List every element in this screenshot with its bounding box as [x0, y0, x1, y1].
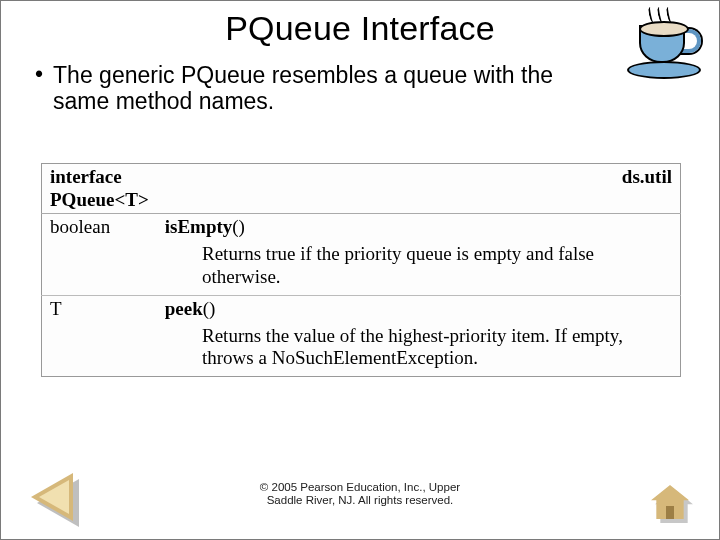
api-method-params: () — [203, 298, 216, 319]
api-method-row: boolean isEmpty() — [42, 214, 681, 241]
api-header-row: interface PQueue<T> ds.util — [42, 163, 681, 214]
api-method-name: isEmpty — [165, 216, 233, 237]
page-title: PQueue Interface — [1, 9, 719, 48]
copyright-line-1: © 2005 Pearson Education, Inc., Upper — [1, 481, 719, 494]
home-icon — [651, 485, 689, 519]
bullet-list: • The generic PQueue resembles a queue w… — [31, 62, 689, 115]
api-table: interface PQueue<T> ds.util boolean isEm… — [41, 163, 681, 377]
triangle-left-icon — [31, 473, 73, 521]
bullet-marker: • — [35, 62, 43, 87]
bullet-text: The generic PQueue resembles a queue wit… — [53, 62, 613, 115]
prev-slide-button[interactable] — [31, 473, 73, 521]
api-return-type: T — [42, 295, 157, 322]
api-method-desc-row: Returns the value of the highest-priorit… — [42, 323, 681, 377]
api-method-row: T peek() — [42, 295, 681, 322]
api-header-right: ds.util — [157, 163, 681, 214]
api-method-desc: Returns true if the priority queue is em… — [42, 241, 681, 295]
api-method-params: () — [232, 216, 245, 237]
bullet-item: • The generic PQueue resembles a queue w… — [31, 62, 689, 115]
api-return-type: boolean — [42, 214, 157, 241]
copyright-line-2: Saddle River, NJ. All rights reserved. — [1, 494, 719, 507]
api-method-desc: Returns the value of the highest-priorit… — [42, 323, 681, 377]
api-method-name: peek — [165, 298, 203, 319]
copyright: © 2005 Pearson Education, Inc., Upper Sa… — [1, 481, 719, 507]
api-header-left: interface PQueue<T> — [42, 163, 157, 214]
api-signature: isEmpty() — [157, 214, 681, 241]
api-signature: peek() — [157, 295, 681, 322]
coffee-cup-icon — [621, 7, 707, 83]
api-method-desc-row: Returns true if the priority queue is em… — [42, 241, 681, 295]
home-button[interactable] — [651, 485, 689, 519]
